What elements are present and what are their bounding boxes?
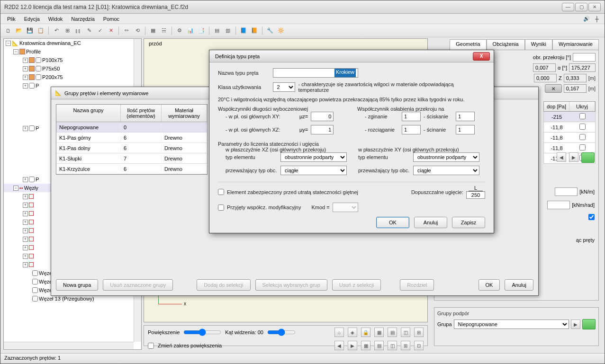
typ-el-select-xz[interactable]: obustronnie podparty xyxy=(280,152,347,162)
view-icon-b3[interactable]: ◫ xyxy=(388,341,397,350)
view-icon-2[interactable]: ◈ xyxy=(348,328,357,337)
tool-icon-19[interactable]: ▥ xyxy=(223,26,233,36)
def-ok-button[interactable]: OK xyxy=(376,217,409,228)
tree-wezel[interactable]: Węzeł 13 (Przegubowy) xyxy=(39,296,94,302)
def-zapisz-button[interactable]: Zapisz xyxy=(452,217,485,228)
ukryj-checkbox[interactable] xyxy=(579,134,586,140)
prz-obc-select-xz[interactable]: ciągłe xyxy=(280,166,347,175)
view-icon-b2[interactable]: ▤ xyxy=(374,341,384,350)
kn-input[interactable] xyxy=(555,187,578,196)
view-icon-5[interactable]: ▤ xyxy=(388,328,397,337)
grid-row[interactable]: K1-Pas górny 6 Drewno xyxy=(56,133,207,143)
usun-grupy-button[interactable]: Usuń zaznaczone grupy xyxy=(103,279,173,291)
settings-icon[interactable]: 🔧 xyxy=(265,26,275,36)
view-icon-b1[interactable]: ▦ xyxy=(361,341,370,350)
grid-h-material[interactable]: Materiał wymiarowany xyxy=(162,105,207,122)
selekcja-grup-button[interactable]: Selekcja wybranych grup xyxy=(255,279,327,291)
tab-geometria[interactable]: Geometria xyxy=(450,39,486,50)
zabezpieczony-checkbox[interactable] xyxy=(218,189,224,195)
tool-icon-16[interactable]: 📊 xyxy=(186,26,195,36)
tree-expand-icon[interactable]: + xyxy=(23,177,28,182)
grupa-new-icon[interactable]: ▶ xyxy=(571,320,580,329)
menu-edycja[interactable]: Edycja xyxy=(20,15,44,23)
view-icon-4[interactable]: ▦ xyxy=(374,328,384,337)
tree-pstub[interactable]: P xyxy=(36,125,39,131)
tree-collapse-icon[interactable]: − xyxy=(13,186,18,191)
tree-collapse-icon[interactable]: − xyxy=(13,49,18,54)
tool-icon-15[interactable]: ⚙ xyxy=(175,26,184,36)
profile-checkbox[interactable] xyxy=(36,66,41,71)
tree-expand-icon[interactable]: + xyxy=(23,83,28,89)
grid-row[interactable]: K1-Krzyżulce 6 Drewno xyxy=(56,164,207,174)
apply-button[interactable] xyxy=(581,152,595,163)
grupa-apply[interactable] xyxy=(582,319,596,329)
tool-icon-8[interactable]: ✎ xyxy=(84,26,94,36)
muy-input[interactable] xyxy=(311,125,334,134)
przyjety-checkbox[interactable] xyxy=(218,204,224,211)
tool-icon-6[interactable]: ⊞ xyxy=(63,26,72,36)
node-checkbox[interactable] xyxy=(32,279,38,284)
ukryj-checkbox[interactable] xyxy=(579,144,586,151)
tree-p1[interactable]: P100x75 xyxy=(42,57,63,63)
tree-root[interactable]: Kratownica drewniana_EC xyxy=(19,40,81,46)
tool-icon-23[interactable]: 🔆 xyxy=(276,26,286,36)
tab-obciazenia[interactable]: Obciążenia xyxy=(487,39,525,50)
tool-icon-4[interactable]: 📋 xyxy=(36,26,45,36)
def-anuluj-button[interactable]: Anuluj xyxy=(414,217,447,228)
zginanie-input[interactable] xyxy=(402,112,421,121)
view-icon-6[interactable]: ◫ xyxy=(401,328,410,337)
tree-expand-icon[interactable]: + xyxy=(23,220,28,225)
tool-icon-7[interactable]: ⫿⫿ xyxy=(73,26,83,36)
tree-expand-icon[interactable]: + xyxy=(23,254,28,259)
tool-icon-11[interactable]: ✏ xyxy=(122,26,131,36)
view-icon-b4[interactable]: ⊞ xyxy=(401,341,410,350)
tool-icon-12[interactable]: ⟲ xyxy=(133,26,142,36)
zoom-slider[interactable] xyxy=(183,328,221,336)
view-icon-1[interactable]: ⌂ xyxy=(334,328,344,337)
sound-icon[interactable]: 🔊 xyxy=(582,15,591,23)
muz-input[interactable] xyxy=(311,112,334,121)
tree-wezly[interactable]: Węzły xyxy=(24,185,38,191)
menu-plik[interactable]: Plik xyxy=(3,15,19,23)
obr-input[interactable] xyxy=(573,53,596,62)
menu-narzedzia[interactable]: Narzędzia xyxy=(67,15,99,23)
tree-expand-icon[interactable]: + xyxy=(23,75,28,80)
p-checkbox[interactable] xyxy=(29,125,35,131)
p-checkbox[interactable] xyxy=(29,177,35,182)
tab-wyniki[interactable]: Wyniki xyxy=(525,39,552,50)
grid-row[interactable]: Niepogrupowane 0 xyxy=(56,122,207,133)
p-checkbox[interactable] xyxy=(29,83,35,89)
rozciaganie-input[interactable] xyxy=(402,125,421,134)
view-icon-b5[interactable]: ⊡ xyxy=(414,341,424,350)
ukryj-checkbox[interactable] xyxy=(579,113,586,119)
rozdziel-button[interactable]: Rozdziel xyxy=(400,279,434,291)
klasa-select[interactable]: 2 xyxy=(273,82,296,92)
delete-icon[interactable]: ✕ xyxy=(106,26,116,36)
close-button[interactable]: ✕ xyxy=(588,3,601,11)
tree-expand-icon[interactable]: + xyxy=(23,126,28,131)
tree-expand-icon[interactable]: + xyxy=(23,237,28,242)
nav-left-icon[interactable]: ◀ xyxy=(334,341,344,350)
minimize-button[interactable]: — xyxy=(562,3,574,11)
grid-h-ilosc[interactable]: Ilość prętów (elementów) xyxy=(121,105,162,122)
dialog-def-close[interactable]: X xyxy=(473,52,490,61)
nav-right-icon[interactable]: ▶ xyxy=(348,341,357,350)
profile-checkbox[interactable] xyxy=(36,74,41,80)
profile-checkbox[interactable] xyxy=(36,57,41,63)
grupy-ok-button[interactable]: OK xyxy=(479,279,500,291)
tree-expand-icon[interactable]: + xyxy=(23,228,28,233)
grid-h-nazwa[interactable]: Nazwa grupy xyxy=(56,105,121,122)
tree-expand-icon[interactable]: + xyxy=(23,262,28,267)
scinanie-input[interactable] xyxy=(456,125,475,134)
tree-expand-icon[interactable]: + xyxy=(23,58,28,63)
nazwa-input[interactable]: Krokiew xyxy=(273,68,358,78)
tool-icon-18[interactable]: ▤ xyxy=(212,26,222,36)
tree-expand-icon[interactable]: + xyxy=(23,211,28,216)
grupy-anuluj-button[interactable]: Anuluj xyxy=(505,279,533,291)
node-checkbox[interactable] xyxy=(32,287,38,293)
panel-close[interactable]: ✕ xyxy=(545,84,562,93)
usun-selekcji-button[interactable]: Usuń z selekcji xyxy=(332,279,381,291)
tool-icon-9[interactable]: ✓ xyxy=(95,26,105,36)
tree-expand-icon[interactable]: + xyxy=(23,66,28,71)
prz-obc-select-xy[interactable]: ciągłe xyxy=(413,166,479,175)
